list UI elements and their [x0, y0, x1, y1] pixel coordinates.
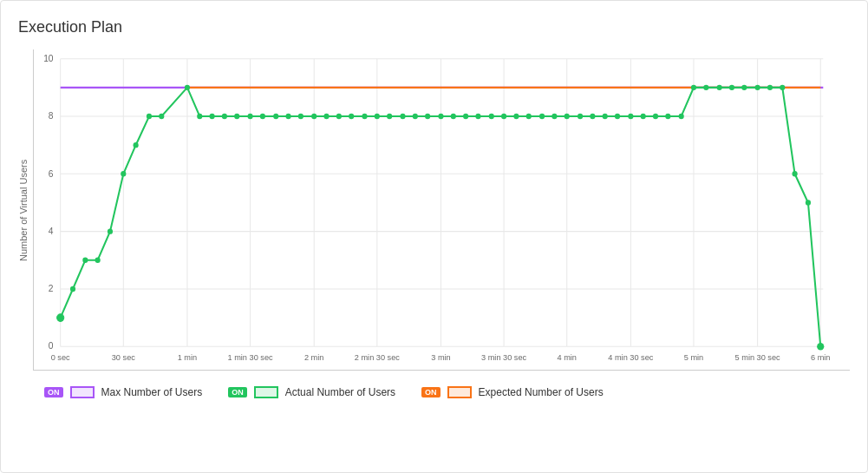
svg-point-60: [501, 114, 506, 119]
svg-point-84: [806, 200, 811, 205]
svg-point-63: [539, 114, 545, 119]
svg-point-37: [210, 114, 215, 119]
svg-point-28: [82, 258, 88, 263]
svg-point-62: [526, 114, 532, 119]
svg-point-59: [489, 114, 494, 119]
svg-text:5 min 30 sec: 5 min 30 sec: [735, 352, 780, 362]
svg-point-39: [234, 114, 239, 119]
svg-point-33: [147, 114, 152, 119]
svg-point-83: [793, 171, 798, 176]
svg-point-56: [451, 114, 456, 119]
svg-point-80: [755, 85, 760, 90]
svg-point-52: [400, 114, 405, 119]
legend-badge-expected: ON: [421, 387, 441, 397]
svg-text:3 min: 3 min: [431, 352, 450, 362]
chart-inner: 0 2 4 6 8 10: [33, 49, 850, 371]
chart-wrapper: 0 2 4 6 8 10: [33, 49, 850, 371]
svg-point-29: [95, 258, 101, 263]
svg-text:4 min 30 sec: 4 min 30 sec: [608, 352, 653, 362]
svg-text:1 min 30 sec: 1 min 30 sec: [228, 352, 273, 362]
svg-point-85: [817, 343, 824, 351]
svg-point-72: [653, 114, 658, 119]
svg-text:2 min 30 sec: 2 min 30 sec: [355, 352, 400, 362]
svg-point-69: [615, 114, 620, 119]
svg-point-77: [717, 85, 722, 90]
chart-area: Number of Virtual Users: [18, 49, 850, 371]
chart-svg: 0 2 4 6 8 10: [34, 49, 850, 370]
svg-point-50: [375, 114, 380, 119]
svg-text:0 sec: 0 sec: [51, 352, 70, 362]
svg-text:4: 4: [49, 227, 54, 236]
svg-point-41: [260, 114, 265, 119]
svg-point-64: [551, 114, 557, 119]
svg-point-49: [362, 114, 367, 119]
svg-point-27: [70, 286, 75, 292]
svg-point-79: [741, 85, 747, 90]
legend-label-max: Max Number of Users: [101, 386, 203, 398]
y-axis-label: Number of Virtual Users: [18, 49, 29, 371]
svg-point-34: [159, 114, 164, 119]
svg-text:6 min: 6 min: [811, 352, 830, 362]
svg-text:5 min: 5 min: [684, 352, 703, 362]
svg-point-53: [413, 114, 418, 119]
svg-text:30 sec: 30 sec: [112, 352, 135, 362]
svg-text:2: 2: [49, 284, 54, 293]
svg-point-70: [628, 114, 633, 119]
svg-point-54: [425, 114, 430, 119]
legend-label-expected: Expected Number of Users: [479, 386, 604, 398]
svg-point-67: [590, 114, 595, 119]
svg-point-35: [185, 85, 190, 90]
svg-point-71: [641, 114, 646, 119]
svg-point-40: [248, 114, 253, 119]
svg-point-66: [578, 114, 583, 119]
svg-point-44: [298, 114, 303, 119]
svg-text:3 min 30 sec: 3 min 30 sec: [481, 352, 526, 362]
svg-text:4 min: 4 min: [557, 352, 576, 362]
svg-point-61: [513, 114, 519, 119]
legend-badge-max: ON: [44, 387, 63, 397]
legend-color-max: [70, 386, 95, 398]
svg-point-73: [665, 114, 670, 119]
svg-point-58: [475, 114, 480, 119]
svg-point-43: [285, 114, 290, 119]
svg-point-47: [336, 114, 342, 119]
svg-text:1 min: 1 min: [178, 352, 197, 362]
svg-point-81: [767, 85, 773, 90]
svg-point-38: [222, 114, 227, 119]
legend-item-actual: ON Actual Number of Users: [228, 386, 395, 398]
svg-point-78: [729, 85, 734, 90]
svg-point-82: [780, 85, 785, 90]
svg-point-55: [438, 114, 443, 119]
legend-item-max: ON Max Number of Users: [44, 386, 202, 398]
legend-color-expected: [447, 386, 472, 398]
svg-point-42: [273, 114, 278, 119]
svg-point-68: [603, 114, 608, 119]
svg-point-57: [463, 114, 468, 119]
svg-point-51: [387, 114, 392, 119]
svg-point-32: [134, 142, 139, 148]
svg-point-65: [565, 114, 570, 119]
svg-point-45: [311, 114, 317, 119]
legend-badge-actual: ON: [228, 387, 247, 397]
legend-item-expected: ON Expected Number of Users: [421, 386, 604, 398]
svg-text:6: 6: [49, 168, 54, 178]
execution-plan-container: Execution Plan Number of Virtual Users: [0, 0, 868, 473]
page-title: Execution Plan: [18, 18, 850, 36]
svg-point-36: [197, 114, 202, 119]
legend-color-actual: [254, 386, 278, 398]
legend-label-actual: Actual Number of Users: [285, 386, 395, 398]
svg-point-74: [679, 114, 684, 119]
svg-point-30: [108, 228, 113, 233]
chart-legend: ON Max Number of Users ON Actual Number …: [18, 386, 850, 398]
svg-point-31: [121, 171, 126, 176]
svg-point-48: [349, 114, 354, 119]
svg-point-26: [57, 314, 64, 322]
svg-text:8: 8: [49, 111, 54, 121]
svg-text:2 min: 2 min: [304, 352, 323, 362]
svg-text:10: 10: [43, 54, 54, 63]
svg-point-75: [691, 85, 696, 90]
svg-point-76: [703, 85, 708, 90]
svg-text:0: 0: [49, 341, 54, 351]
svg-point-46: [323, 114, 329, 119]
